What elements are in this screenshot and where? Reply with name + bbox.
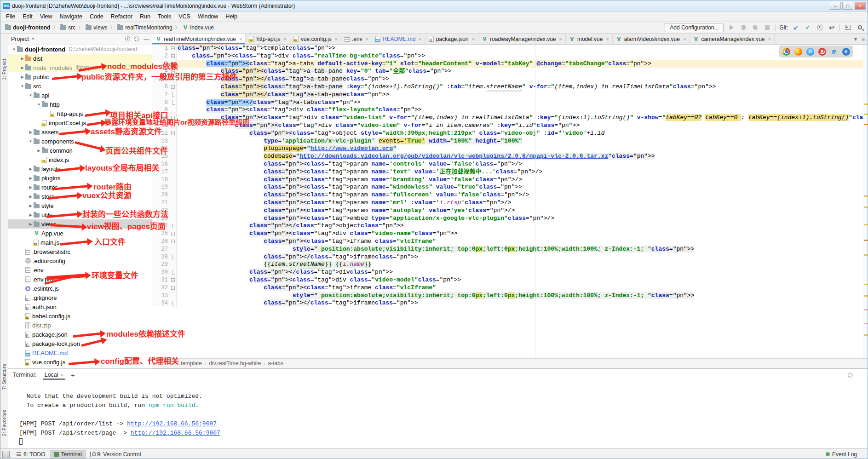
fold-gutter[interactable] xyxy=(170,215,177,223)
tree-item-.env[interactable]: .env xyxy=(8,265,152,275)
tree-expand-icon[interactable]: ▼ xyxy=(28,93,34,98)
tab-list-icon[interactable]: ≡ xyxy=(862,36,865,42)
tree-collapse-icon[interactable]: ▶ xyxy=(36,149,42,153)
editor-breadcrumb-item[interactable]: div.realTime.bg-white xyxy=(209,360,261,367)
fold-collapse-icon[interactable]: – xyxy=(171,46,175,50)
tree-item-main.js[interactable]: main.js xyxy=(8,238,152,247)
editor-tab[interactable]: VcameraManage\index.vue× xyxy=(690,34,775,44)
coverage-icon[interactable] xyxy=(751,23,759,32)
menu-tools[interactable]: Tools xyxy=(154,12,175,21)
firefox-browser-icon[interactable] xyxy=(794,48,802,56)
inspection-mark-icon[interactable] xyxy=(864,284,868,285)
fold-gutter[interactable] xyxy=(170,191,177,199)
statusbar-event-log[interactable]: Event Log xyxy=(822,450,861,459)
title-bar[interactable]: WS duoji-frontend [D:\zheheWeb\duoji-fro… xyxy=(0,0,868,11)
opera-browser-icon[interactable]: O xyxy=(818,48,826,56)
code-line[interactable]: 26– class="pn"><class="tag">iframe class… xyxy=(152,238,868,246)
tree-collapse-icon[interactable]: ▶ xyxy=(28,130,34,134)
terminal-link[interactable]: http://192.168.66.56:9007 xyxy=(131,430,220,436)
breadcrumb-item[interactable]: duoji-frontend xyxy=(4,24,51,31)
code-line[interactable]: 9 class="pn"><class="tag">div class="fle… xyxy=(152,106,868,114)
code-line[interactable]: 31– class="pn"><class="tag">div class="v… xyxy=(152,276,868,284)
fold-gutter[interactable] xyxy=(170,207,177,215)
code-line[interactable]: 4– class="pn"><class="tag">a-tab-pane ke… xyxy=(152,68,868,75)
code-line[interactable]: 29 {{item.streetName}} {{i.name}} xyxy=(152,261,868,269)
tab-close-icon[interactable]: × xyxy=(419,36,421,42)
tree-item-public[interactable]: ▶public xyxy=(8,72,152,81)
chevron-down-icon[interactable]: ▾ xyxy=(854,36,857,42)
tool-stripe-structure[interactable]: 7: Structure xyxy=(1,364,7,390)
fold-collapse-icon[interactable]: – xyxy=(171,232,175,235)
git-commit-icon[interactable]: ✓ xyxy=(804,23,812,32)
fold-gutter[interactable] xyxy=(170,161,177,168)
tree-item-utils[interactable]: ▶utils xyxy=(8,210,152,219)
tree-item-.editorconfig[interactable]: .editorconfig xyxy=(8,256,152,265)
editor-breadcrumb-item[interactable]: a-tabs xyxy=(268,360,283,367)
fold-gutter[interactable] xyxy=(170,253,177,261)
tree-collapse-icon[interactable]: ▶ xyxy=(28,213,34,217)
locate-file-icon[interactable] xyxy=(125,36,130,41)
code-line[interactable]: 14 pluginspage="http://www.videolan.org" xyxy=(152,145,868,153)
menu-navigate[interactable]: Navigate xyxy=(56,12,86,21)
code-line[interactable]: 22 class="pn"><class="tag">param name='a… xyxy=(152,207,868,215)
fold-gutter[interactable]: – xyxy=(170,238,177,246)
fold-gutter[interactable] xyxy=(170,75,177,83)
tree-expand-icon[interactable]: ▼ xyxy=(11,47,17,52)
breadcrumb-item[interactable]: views xyxy=(85,24,108,31)
code-line[interactable]: 18 class="pn"><class="tag">param name='b… xyxy=(152,176,868,184)
maximize-icon[interactable]: □ xyxy=(842,2,853,10)
tree-collapse-icon[interactable]: ▶ xyxy=(19,75,25,79)
tree-item-dist.zip[interactable]: dist.zip xyxy=(8,321,152,330)
tree-item-package.json[interactable]: package.json xyxy=(8,330,152,339)
fold-gutter[interactable]: – xyxy=(170,122,177,130)
editor-tab[interactable]: http-api.js× xyxy=(246,34,290,44)
inspection-mark-icon[interactable] xyxy=(864,240,868,241)
code-line[interactable]: 15 codebase="http://downloads.videolan.o… xyxy=(152,153,868,161)
inspection-mark-icon[interactable] xyxy=(864,254,868,256)
code-line[interactable]: 2– class="pn"><class="tag">div class="re… xyxy=(152,52,868,60)
tree-item-http-api.js[interactable]: http-api.js xyxy=(8,109,152,118)
tree-item-.gitignore[interactable]: .gitignore xyxy=(8,293,152,302)
tool-window-switcher-icon[interactable] xyxy=(2,451,10,458)
tree-collapse-icon[interactable]: ▶ xyxy=(19,66,25,70)
tree-item-importexcel.js[interactable]: importExcel.js xyxy=(8,118,152,127)
tab-close-icon[interactable]: × xyxy=(61,372,63,378)
tree-item-assets[interactable]: ▶assets xyxy=(8,127,152,137)
fold-gutter[interactable]: – xyxy=(170,45,177,52)
search-everywhere-icon[interactable] xyxy=(856,23,864,32)
fold-collapse-icon[interactable]: – xyxy=(171,54,175,58)
fold-gutter[interactable]: – xyxy=(170,83,177,91)
statusbar-terminal[interactable]: Terminal xyxy=(50,450,86,459)
fold-gutter[interactable] xyxy=(170,91,177,99)
inspection-mark-icon[interactable] xyxy=(864,114,868,115)
editor-breadcrumb-item[interactable]: template xyxy=(181,360,202,367)
code-line[interactable]: 34 class="pn"></class="tag">iframeclass=… xyxy=(152,299,868,307)
tab-close-icon[interactable]: × xyxy=(239,36,242,42)
inspection-mark-icon[interactable] xyxy=(864,224,868,225)
code-line[interactable]: 10– class="pn"><class="tag">div class="v… xyxy=(152,114,868,122)
code-line[interactable]: 12– class="pn"><class="tag">object style… xyxy=(152,130,868,138)
editor-tab[interactable]: VrealTimeMonitoring\index.vue× xyxy=(152,34,246,44)
tree-item-vue.config.js[interactable]: vue.config.js xyxy=(8,357,152,367)
minimize-icon[interactable]: – xyxy=(830,2,841,10)
fold-gutter[interactable]: – xyxy=(170,114,177,122)
menu-edit[interactable]: Edit xyxy=(19,12,36,21)
fold-collapse-icon[interactable]: – xyxy=(171,278,175,282)
editor-tab[interactable]: ValarmVideos\index.vue× xyxy=(613,34,690,44)
history-clock-icon[interactable] xyxy=(816,23,824,32)
menu-refactor[interactable]: Refactor xyxy=(107,12,136,21)
fold-gutter[interactable]: – xyxy=(170,68,177,75)
fold-gutter[interactable]: – xyxy=(170,130,177,138)
code-line[interactable]: 19 class="pn"><class="tag">param name="w… xyxy=(152,184,868,191)
breadcrumb-item[interactable]: src xyxy=(59,24,76,31)
code-line[interactable]: 23 class="pn"><class="tag">embed type="a… xyxy=(152,215,868,223)
statusbar-9-version-control[interactable]: 9: Version Control xyxy=(86,450,145,459)
editor-tab[interactable]: Vmodel.vue× xyxy=(566,34,613,44)
breadcrumb-item[interactable]: Vindex.vue xyxy=(182,24,215,31)
tree-collapse-icon[interactable]: ▶ xyxy=(28,176,34,180)
inspection-mark-icon[interactable] xyxy=(864,124,868,125)
new-terminal-icon[interactable]: + xyxy=(71,371,75,379)
fold-gutter[interactable] xyxy=(170,99,177,107)
tree-item-duoji-frontend[interactable]: ▼duoji-frontendD:\zheheWeb\duoji-fronten… xyxy=(8,45,152,54)
editor-tab[interactable]: .env× xyxy=(341,34,372,44)
